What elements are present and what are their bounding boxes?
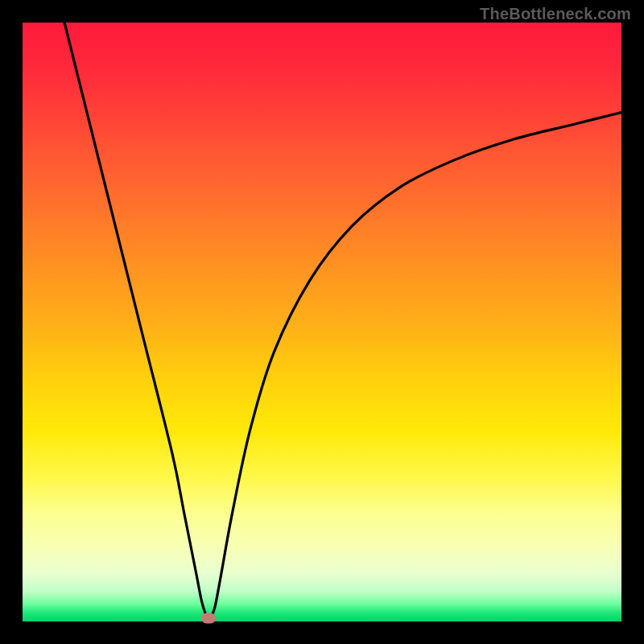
- plot-area: [23, 23, 621, 621]
- bottleneck-curve: [64, 23, 621, 618]
- curve-minimum-marker: [201, 613, 216, 623]
- watermark-text: TheBottleneck.com: [480, 5, 631, 23]
- chart-frame: TheBottleneck.com: [0, 0, 644, 644]
- bottleneck-curve-svg: [23, 23, 621, 621]
